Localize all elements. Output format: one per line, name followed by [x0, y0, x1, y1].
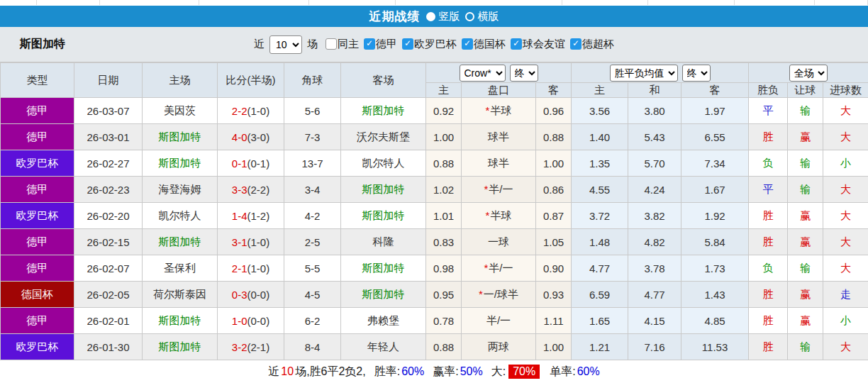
odds-time-select-1[interactable]: 终 — [510, 65, 538, 82]
upset-star-icon: * — [484, 183, 488, 195]
subheader-goals-result: 进球数 — [823, 83, 868, 98]
match-date: 26-02-07 — [74, 255, 143, 282]
upset-star-icon: * — [486, 104, 490, 116]
fulltime-score: 0-3 — [232, 289, 247, 301]
upset-star-icon: * — [484, 262, 488, 274]
filter-checkbox-1[interactable] — [364, 38, 375, 50]
league-badge: 德甲 — [1, 98, 74, 124]
handicap-odds-home: 1.02 — [426, 177, 462, 203]
away-team: 斯图加特 — [341, 255, 426, 282]
corner-score: 5-6 — [284, 98, 341, 124]
league-badge: 德国杯 — [1, 282, 74, 308]
result-handicap: 赢 — [788, 282, 823, 308]
result-handicap: 赢 — [788, 229, 823, 255]
filter-checkbox-label-2: 欧罗巴杯 — [414, 38, 457, 50]
result-handicap: 输 — [788, 334, 823, 360]
odds-time-select-2[interactable]: 终 — [682, 65, 711, 82]
avg-odds-home: 4.77 — [572, 255, 628, 282]
match-score: 2-2(1-0) — [218, 98, 284, 124]
col-header-home: 主场 — [143, 63, 218, 98]
home-team: 斯图加特 — [143, 150, 218, 177]
result-goals: 小 — [823, 308, 868, 334]
filter-checkbox-0[interactable] — [326, 38, 337, 50]
home-team: 荷尔斯泰因 — [143, 282, 218, 308]
layout-radio-label-1[interactable]: 横版 — [478, 10, 499, 23]
avg-odds-home: 1.65 — [572, 308, 628, 334]
filter-checkbox-label-4: 球会友谊 — [523, 38, 565, 50]
corner-score: 13-7 — [284, 150, 341, 177]
result-goals: 小 — [823, 150, 868, 177]
league-badge: 欧罗巴杯 — [1, 334, 74, 360]
match-row: 欧罗巴杯26-02-27斯图加特0-1(0-1)13-7凯尔特人0.88球半1.… — [1, 150, 868, 177]
result-wdl: 负 — [749, 150, 788, 177]
halftime-score: (3-0) — [247, 131, 270, 143]
home-team: 美因茨 — [143, 98, 218, 124]
layout-radio-0[interactable] — [426, 12, 435, 21]
big-rate-label: 大: — [491, 365, 506, 379]
match-score: 3-2(2-1) — [218, 334, 284, 360]
fulltime-score: 2-2 — [232, 105, 247, 117]
fulltime-score: 3-2 — [232, 341, 247, 353]
page-title: 近期战绩 — [369, 9, 421, 25]
home-team: 圣保利 — [143, 255, 218, 282]
filter-checkbox-2[interactable] — [402, 38, 413, 50]
handicap-line: *半球 — [462, 98, 536, 124]
odds-company-select[interactable]: Crow* — [460, 65, 506, 82]
match-score: 1-0(0-0) — [218, 308, 284, 334]
filter-checkbox-4[interactable] — [511, 38, 522, 50]
away-team: 斯图加特 — [341, 177, 426, 203]
handicap-odds-away: 1.05 — [536, 229, 572, 255]
handicap-line: *一/球半 — [462, 282, 536, 308]
layout-radio-option-0: 竖版 — [426, 10, 460, 23]
result-goals: 大 — [823, 203, 868, 229]
avg-odds-home: 1.40 — [572, 124, 628, 150]
away-team: 斯图加特 — [341, 282, 426, 308]
handicap-odds-home: 0.98 — [426, 255, 462, 282]
corner-score: 7-3 — [284, 124, 341, 150]
fulltime-score: 3-3 — [232, 184, 247, 196]
scope-select[interactable]: 全场 — [789, 65, 828, 82]
result-wdl: 负 — [749, 255, 788, 282]
handicap-odds-away: 0.90 — [536, 255, 572, 282]
filter-checkbox-5[interactable] — [570, 38, 582, 50]
avg-odds-select[interactable]: 胜平负均值 — [610, 65, 678, 82]
avg-odds-home: 4.55 — [572, 177, 628, 203]
layout-radio-1[interactable] — [465, 12, 474, 21]
result-goals: 走 — [823, 282, 868, 308]
home-team: 海登海姆 — [143, 177, 218, 203]
layout-radio-label-0[interactable]: 竖版 — [439, 10, 460, 23]
handicap-line: 两球 — [462, 334, 536, 360]
recent-results-panel: 近期战绩 竖版横版 斯图加特 近 10 场 同主德甲欧罗巴杯德国杯球会友谊德超杯… — [0, 0, 868, 383]
avg-odds-home: 3.72 — [572, 203, 628, 229]
fulltime-score: 0-1 — [232, 157, 247, 170]
match-date: 26-02-27 — [74, 150, 143, 177]
corner-score: 4-5 — [284, 282, 341, 308]
avg-odds-away: 5.84 — [681, 229, 749, 255]
fulltime-score: 3-1 — [232, 236, 247, 248]
match-row: 德甲26-02-23海登海姆3-3(2-2)3-4斯图加特1.02*半/一0.8… — [1, 177, 868, 203]
away-team: 科隆 — [341, 229, 426, 255]
handicap-odds-home: 0.95 — [426, 282, 462, 308]
avg-odds-draw: 3.82 — [628, 203, 681, 229]
upset-star-icon: * — [486, 209, 490, 221]
avg-odds-home: 1.21 — [572, 334, 628, 360]
match-row: 德甲26-02-15斯图加特3-1(1-0)2-5科隆0.83一球1.051.4… — [1, 229, 868, 255]
subheader-result: 胜负 — [749, 83, 788, 98]
handicap-line: 球半 — [462, 150, 536, 177]
avg-odds-home: 6.59 — [572, 282, 628, 308]
filter-bar: 斯图加特 近 10 场 同主德甲欧罗巴杯德国杯球会友谊德超杯 — [0, 27, 868, 62]
avg-odds-draw: 5.43 — [628, 124, 681, 150]
layout-radio-option-1: 横版 — [465, 10, 499, 23]
match-row: 德国杯26-02-05荷尔斯泰因0-3(0-0)4-5斯图加特0.95*一/球半… — [1, 282, 868, 308]
layout-radio-group: 竖版横版 — [426, 10, 499, 23]
avg-odds-draw: 3.78 — [628, 255, 681, 282]
match-row: 德甲26-03-07美因茨2-2(1-0)5-6斯图加特0.92*半球0.963… — [1, 98, 868, 124]
summary-record: 场,胜6平2负2, — [295, 365, 366, 379]
halftime-score: (0-1) — [247, 157, 270, 170]
handicap-odds-away: 0.96 — [536, 98, 572, 124]
result-wdl: 平 — [749, 177, 788, 203]
fulltime-score: 4-0 — [232, 131, 247, 143]
filter-checkbox-3[interactable] — [462, 38, 473, 50]
recent-games-select[interactable]: 10 — [269, 35, 302, 54]
match-row: 欧罗巴杯26-02-20凯尔特人1-4(1-2)4-2斯图加特1.01*半球0.… — [1, 203, 868, 229]
